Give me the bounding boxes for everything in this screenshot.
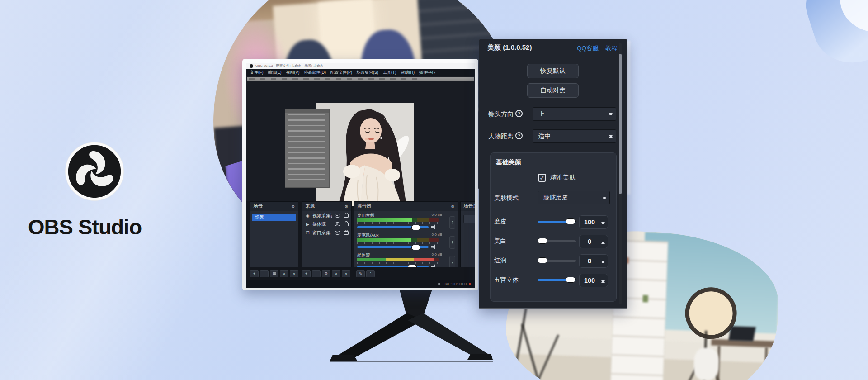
obs-wordmark: OBS Studio — [28, 214, 142, 239]
transition-select[interactable] — [463, 215, 475, 223]
sources-dock-title: 来源 — [305, 203, 315, 209]
beauty-header-links: QQ客服 教程 — [577, 44, 618, 52]
audio-level-meter — [357, 218, 439, 222]
help-icon[interactable]: ? — [515, 110, 523, 117]
channel-options-button[interactable]: ⋮ — [449, 256, 455, 267]
monitor: OBS 29.1.3 - 配置文件: 未命名 - 场景: 未命名 文件(F) 编… — [242, 59, 478, 290]
menu-tools[interactable]: 工具(T) — [383, 70, 396, 76]
lock-icon[interactable] — [344, 231, 349, 235]
slider-handle[interactable] — [538, 257, 547, 263]
facial-depth-label: 五官立体 — [494, 276, 519, 284]
add-source-button[interactable]: ＋ — [302, 270, 311, 277]
select-spinner[interactable] — [605, 108, 616, 120]
menu-scene-collection[interactable]: 场景集合(S) — [357, 70, 378, 76]
preview-area: 美颜 滤镜 — [246, 76, 475, 201]
facial-depth-slider[interactable] — [538, 279, 576, 281]
speaker-icon[interactable] — [431, 244, 437, 249]
auto-focus-button[interactable]: 自动对焦 — [527, 83, 579, 98]
move-scene-down-button[interactable]: ∨ — [290, 270, 298, 277]
volume-slider[interactable] — [357, 226, 429, 228]
remove-scene-button[interactable]: − — [260, 270, 269, 277]
precise-skin-checkbox-row: ✓ 精准美肤 — [538, 174, 576, 182]
lens-direction-label: 镜头方向 — [488, 110, 514, 119]
menu-plugin-center[interactable]: 插件中心 — [419, 70, 435, 76]
tutorial-link[interactable]: 教程 — [605, 44, 618, 52]
lock-icon[interactable] — [344, 223, 349, 226]
window-title: OBS 29.1.3 - 配置文件: 未命名 - 场景: 未命名 — [255, 64, 323, 68]
select-spinner[interactable] — [599, 191, 609, 204]
monitor-stand — [330, 287, 493, 368]
advanced-audio-button[interactable]: ✎ — [356, 270, 365, 277]
beauty-filter-window: 美颜 (1.0.0.52) QQ客服 教程 恢复默认 自动对焦 镜头方向 ? 上… — [479, 39, 627, 309]
source-properties-button[interactable]: ⚙ — [322, 270, 330, 277]
whitening-label: 美白 — [494, 237, 506, 245]
select-spinner[interactable] — [605, 130, 616, 142]
mixer-channel: 媒体源 0.0 dB ⋮ — [354, 252, 458, 267]
whitening-slider[interactable] — [538, 240, 576, 242]
live-timer: LIVE: 00:00:00 — [443, 282, 467, 286]
volume-slider[interactable] — [357, 246, 429, 248]
mixer-more-button[interactable]: ⋮ — [366, 270, 375, 277]
lock-icon[interactable] — [344, 214, 349, 218]
mixer-dock-title: 混音器 — [357, 203, 372, 209]
menu-docks[interactable]: 停靠部件(D) — [304, 70, 326, 76]
move-source-up-button[interactable]: ∧ — [332, 270, 340, 277]
gear-icon[interactable]: ⚙ — [451, 204, 455, 209]
menu-view[interactable]: 视图(V) — [286, 70, 300, 76]
stream-status-icon — [438, 283, 440, 285]
basic-beauty-section: 基础美颜 ✓ 精准美肤 美肤模式 朦胧磨皮 磨皮 100 美白 — [490, 152, 617, 302]
move-source-down-button[interactable]: ∨ — [342, 270, 350, 277]
menu-help[interactable]: 帮助(H) — [401, 70, 415, 76]
move-scene-up-button[interactable]: ∧ — [280, 270, 288, 277]
menu-file[interactable]: 文件(F) — [250, 70, 264, 76]
speaker-icon[interactable] — [431, 264, 437, 267]
gear-icon[interactable]: ⚙ — [291, 204, 295, 209]
mixer-toolbar: ✎ ⋮ — [356, 267, 375, 280]
menu-edit[interactable]: 编辑(E) — [268, 70, 282, 76]
rosy-value-box: 0 — [579, 254, 608, 268]
scenes-toolbar: ＋ − ▦ ∧ ∨ — [250, 267, 298, 280]
skin-mode-select[interactable]: 朦胧磨皮 — [538, 191, 610, 204]
skin-mode-label: 美肤模式 — [494, 194, 519, 202]
rosy-slider[interactable] — [538, 260, 576, 262]
record-status-icon — [469, 283, 471, 285]
speaker-icon[interactable] — [431, 224, 437, 229]
slider-handle[interactable] — [566, 218, 576, 224]
media-icon: ▶ — [305, 222, 310, 227]
scene-filters-button[interactable]: ▦ — [270, 270, 278, 277]
facial-depth-value-box: 100 — [579, 274, 608, 287]
mixer-channel: 麦克风/Aux 0.0 dB ⋮ — [354, 233, 458, 252]
gear-icon[interactable]: ⚙ — [344, 204, 349, 209]
source-row[interactable]: ▶ 媒体源 — [302, 220, 351, 228]
beauty-settings-overlay — [285, 109, 330, 188]
qq-support-link[interactable]: QQ客服 — [577, 44, 599, 52]
transitions-dock: 场景过渡 — [460, 201, 475, 267]
source-row[interactable]: ◉ 视频采集设备 — [302, 211, 351, 220]
lens-direction-select[interactable]: 上 — [533, 107, 616, 121]
menu-profile[interactable]: 配置文件(P) — [330, 70, 352, 76]
add-scene-button[interactable]: ＋ — [250, 270, 259, 277]
smooth-skin-slider[interactable] — [538, 221, 576, 223]
beauty-window-title: 美颜 (1.0.0.52) — [487, 43, 532, 52]
remove-source-button[interactable]: − — [312, 270, 321, 277]
source-row[interactable]: ❐ 窗口采集 — [302, 228, 351, 237]
obs-title-bar: OBS 29.1.3 - 配置文件: 未命名 - 场景: 未命名 — [246, 63, 475, 69]
restore-defaults-button[interactable]: 恢复默认 — [527, 64, 579, 78]
help-icon[interactable]: ? — [515, 132, 523, 139]
status-bar: LIVE: 00:00:00 — [246, 280, 475, 288]
person-distance-label: 人物距离 — [488, 133, 514, 141]
person-distance-select[interactable]: 适中 — [533, 129, 616, 143]
slider-handle[interactable] — [566, 277, 576, 283]
precise-skin-checkbox[interactable]: ✓ — [538, 174, 546, 182]
channel-options-button[interactable]: ⋮ — [449, 216, 455, 229]
visibility-eye-icon[interactable] — [335, 222, 340, 226]
sources-toolbar: ＋ − ⚙ ∧ ∨ — [302, 267, 350, 280]
visibility-eye-icon[interactable] — [335, 231, 340, 235]
mixer-channel: 桌面音频 0.0 dB ⋮ — [354, 213, 458, 232]
stage: OBS Studio OBS 29.1.3 - 配置文件: 未命名 - 场景: … — [0, 0, 868, 380]
channel-options-button[interactable]: ⋮ — [449, 236, 455, 249]
scene-list-item[interactable]: 场景 — [252, 214, 296, 221]
scrollbar-thumb[interactable] — [619, 54, 622, 194]
slider-handle[interactable] — [538, 238, 547, 244]
visibility-eye-icon[interactable] — [335, 214, 340, 218]
